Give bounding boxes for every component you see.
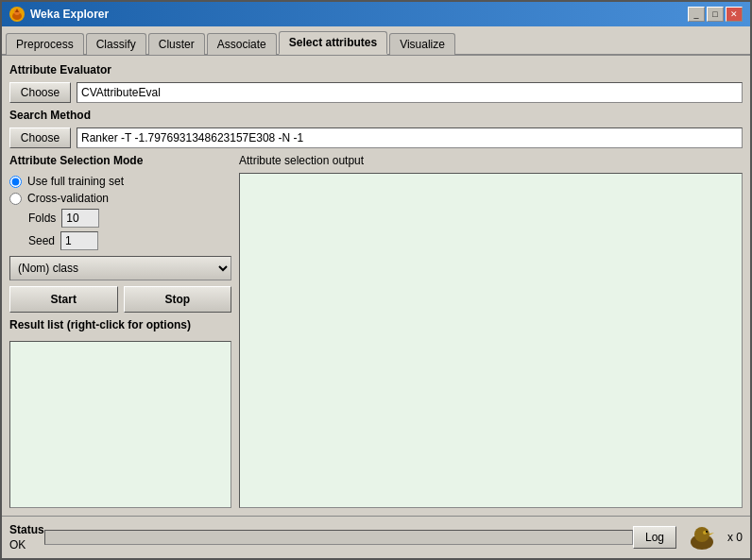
start-button[interactable]: Start — [9, 286, 118, 313]
search-method-label: Search Method — [9, 109, 743, 122]
cross-validation-row: Cross-validation — [9, 192, 231, 205]
cv-options: Folds — [9, 209, 231, 228]
output-label: Attribute selection output — [239, 154, 743, 167]
tab-select-attributes[interactable]: Select attributes — [279, 31, 387, 55]
class-dropdown[interactable]: (Nom) class — [9, 256, 231, 280]
start-stop-buttons: Start Stop — [9, 286, 231, 313]
attribute-evaluator-row: Choose CVAttributeEval — [9, 82, 743, 103]
x-count: x 0 — [727, 531, 743, 544]
output-box — [239, 173, 743, 508]
window-title: Weka Explorer — [30, 8, 109, 21]
use-full-training-label: Use full training set — [27, 175, 124, 188]
class-dropdown-row: (Nom) class — [9, 256, 231, 280]
content-area: Preprocess Classify Cluster Associate Se… — [2, 26, 750, 558]
tab-visualize[interactable]: Visualize — [389, 33, 455, 55]
app-icon — [9, 7, 25, 22]
stop-button[interactable]: Stop — [124, 286, 232, 313]
folds-input[interactable] — [61, 209, 99, 228]
tab-classify[interactable]: Classify — [86, 33, 146, 55]
window-controls: _ □ ✕ — [688, 7, 743, 22]
search-method-choose-button[interactable]: Choose — [9, 127, 71, 148]
close-button[interactable]: ✕ — [726, 7, 743, 22]
svg-point-4 — [694, 527, 709, 542]
search-method-section: Search Method Choose Ranker -T -1.797693… — [9, 109, 743, 148]
attribute-evaluator-label: Attribute Evaluator — [9, 63, 743, 76]
minimize-button[interactable]: _ — [688, 7, 705, 22]
cross-validation-label: Cross-validation — [27, 192, 109, 205]
tabs-bar: Preprocess Classify Cluster Associate Se… — [2, 26, 750, 56]
status-right: Log x 0 — [633, 523, 743, 552]
status-left: Status OK — [9, 523, 44, 552]
search-method-value: Ranker -T -1.7976931348623157E308 -N -1 — [77, 127, 743, 148]
attribute-evaluator-section: Attribute Evaluator Choose CVAttributeEv… — [9, 63, 743, 103]
attribute-evaluator-choose-button[interactable]: Choose — [9, 82, 71, 103]
result-list-label: Result list (right-click for options) — [9, 318, 231, 331]
svg-point-6 — [706, 531, 708, 533]
tab-associate[interactable]: Associate — [207, 33, 277, 55]
attribute-selection-mode-section: Attribute Selection Mode Use full traini… — [9, 154, 231, 250]
title-bar-left: Weka Explorer — [9, 7, 109, 22]
attribute-selection-mode-label: Attribute Selection Mode — [9, 154, 231, 167]
left-column: Attribute Selection Mode Use full traini… — [9, 154, 231, 508]
seed-input[interactable] — [60, 231, 98, 250]
main-content: Attribute Evaluator Choose CVAttributeEv… — [2, 56, 750, 516]
result-list-box[interactable] — [9, 341, 231, 508]
use-full-training-radio[interactable] — [9, 176, 22, 188]
status-value: OK — [9, 538, 44, 552]
main-window: Weka Explorer _ □ ✕ Preprocess Classify … — [0, 0, 752, 560]
progress-bar — [44, 530, 633, 545]
tab-cluster[interactable]: Cluster — [148, 33, 205, 55]
seed-options: Seed — [9, 231, 231, 250]
seed-label: Seed — [28, 234, 55, 247]
bird-icon — [684, 523, 720, 552]
use-full-training-row: Use full training set — [9, 175, 231, 188]
title-bar: Weka Explorer _ □ ✕ — [2, 2, 750, 26]
svg-marker-7 — [709, 533, 714, 535]
right-column: Attribute selection output — [239, 154, 743, 508]
search-method-row: Choose Ranker -T -1.7976931348623157E308… — [9, 127, 743, 148]
status-label: Status — [9, 523, 44, 536]
tab-preprocess[interactable]: Preprocess — [6, 33, 84, 55]
cross-validation-radio[interactable] — [9, 193, 22, 205]
status-bar: Status OK Log x 0 — [2, 516, 750, 558]
two-column-layout: Attribute Selection Mode Use full traini… — [9, 154, 743, 508]
folds-label: Folds — [28, 212, 56, 225]
log-button[interactable]: Log — [633, 526, 676, 549]
attribute-evaluator-value: CVAttributeEval — [77, 82, 743, 103]
maximize-button[interactable]: □ — [707, 7, 724, 22]
